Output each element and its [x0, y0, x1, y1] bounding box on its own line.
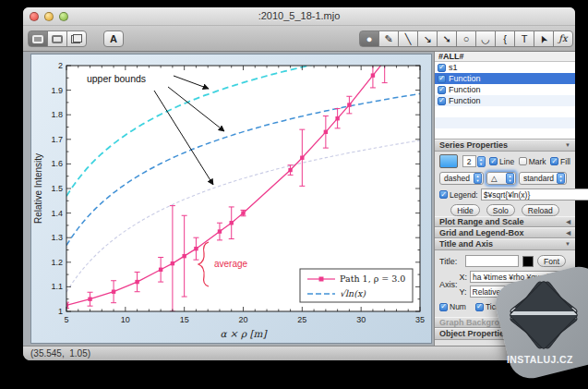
- num-checkbox[interactable]: ✓Num: [439, 302, 466, 311]
- layer-row[interactable]: ✓s1: [435, 62, 575, 73]
- svg-text:1.4: 1.4: [51, 209, 63, 218]
- arrow-tool[interactable]: ↘: [417, 30, 438, 47]
- layer-visible-checkbox[interactable]: ✓: [438, 75, 446, 83]
- line-tool-icon: ╲: [405, 34, 412, 44]
- content-area: 510152025303511.11.21.31.41.51.61.71.81.…: [23, 52, 575, 346]
- collapse-arrow-icon: ◀: [566, 216, 570, 227]
- layer-empty-row: [435, 117, 575, 128]
- layer-row[interactable]: ✓Function: [435, 73, 575, 84]
- dropdown-arrows-icon: ▲▼: [506, 173, 514, 184]
- toolbar: A ●✎╲↘➘○◡{T➤ƒx: [23, 26, 575, 52]
- cursor-tool-icon: ➤: [537, 32, 550, 44]
- pencil-tool-icon: ✎: [384, 34, 392, 44]
- fill-checkbox[interactable]: ✓Fill: [550, 157, 570, 166]
- collapse-arrow-icon: ◀: [566, 227, 570, 238]
- layer-row[interactable]: ✓Function: [435, 84, 575, 95]
- checkbox-icon: ✓: [438, 75, 446, 83]
- plot-title-field[interactable]: [465, 255, 519, 267]
- legend-text-field[interactable]: [481, 188, 588, 201]
- arrow-tool-icon: ↘: [423, 34, 431, 44]
- cursor-tool[interactable]: ➤: [534, 30, 554, 47]
- svg-text:Path 1, ρ = 3.0: Path 1, ρ = 3.0: [340, 274, 405, 284]
- reload-button[interactable]: Reload: [522, 204, 559, 216]
- dropdown-arrows-icon: ▲▼: [474, 173, 482, 184]
- marker-tool-icon: ●: [366, 34, 373, 44]
- title-label: Title:: [439, 257, 462, 266]
- mark-checkbox[interactable]: ✓Mark: [519, 157, 546, 166]
- svg-text:5: 5: [64, 315, 68, 324]
- layer-visible-checkbox[interactable]: ✓: [438, 97, 446, 105]
- pencil-tool[interactable]: ✎: [378, 30, 399, 47]
- layer-row[interactable]: ✓Function: [435, 95, 575, 106]
- mark-style-dropdown[interactable]: △▲▼: [486, 172, 516, 185]
- bold-arrow-tool[interactable]: ➘: [437, 30, 457, 47]
- checkbox-icon: ✓: [439, 303, 448, 311]
- svg-text:upper bounds: upper bounds: [87, 73, 146, 84]
- svg-text:average: average: [214, 259, 248, 269]
- svg-text:15: 15: [180, 315, 189, 324]
- checkbox-icon: ✓: [438, 86, 446, 94]
- checkbox-icon: ✓: [438, 64, 446, 72]
- checkbox-icon: ✓: [519, 157, 527, 165]
- section-title: Object Properties: [439, 328, 509, 340]
- svg-text:1: 1: [58, 307, 63, 316]
- font-panel-button[interactable]: A: [103, 30, 124, 47]
- svg-text:35: 35: [415, 315, 425, 324]
- section-header-series-properties[interactable]: Series Properties ▼: [435, 140, 575, 152]
- series-color-well[interactable]: [439, 154, 458, 168]
- plot-document[interactable]: 510152025303511.11.21.31.41.51.61.71.81.…: [30, 54, 432, 344]
- svg-text:1.8: 1.8: [51, 110, 63, 119]
- layer-visible-checkbox[interactable]: ✓: [438, 86, 446, 94]
- layer-label: s1: [449, 62, 458, 73]
- window-title: :2010_5_18-1.mjo: [23, 10, 575, 21]
- title-color-well[interactable]: [522, 256, 534, 267]
- layer-visible-checkbox[interactable]: ✓: [438, 64, 446, 72]
- line-width-stepper[interactable]: ▲▼: [477, 156, 486, 167]
- frame-tool[interactable]: [47, 30, 67, 47]
- ellipse-tool[interactable]: ○: [456, 30, 476, 47]
- section-header-plot-range[interactable]: Plot Range and Scale ◀: [435, 216, 575, 227]
- frame-filled-tool[interactable]: [28, 30, 48, 47]
- line-checkbox[interactable]: ✓Line: [489, 157, 514, 166]
- marker-tool[interactable]: ●: [359, 30, 379, 47]
- svg-text:1.2: 1.2: [51, 258, 63, 267]
- watermark-text: INSTALUJ.CZ: [507, 354, 581, 365]
- function-tool[interactable]: ƒx: [553, 30, 573, 47]
- line-style-dropdown[interactable]: dashed▲▼: [439, 172, 484, 185]
- legend-checkbox[interactable]: ✓Legend:: [439, 190, 478, 200]
- titlebar[interactable]: :2010_5_18-1.mjo: [23, 7, 575, 26]
- status-bar: (35.545, 1.05): [23, 346, 575, 360]
- title-font-button[interactable]: Font: [537, 255, 566, 267]
- duplicate-tool[interactable]: [66, 30, 87, 47]
- svg-text:√ln(x): √ln(x): [340, 288, 366, 298]
- text-tool[interactable]: T: [514, 30, 534, 47]
- checkbox-icon: ✓: [439, 190, 448, 199]
- fill-style-dropdown[interactable]: standard▲▼: [519, 172, 567, 185]
- section-title: Series Properties: [439, 140, 508, 152]
- layer-empty-row: [435, 128, 575, 140]
- svg-text:20: 20: [238, 315, 247, 324]
- arc-tool-icon: ◡: [481, 34, 490, 44]
- section-header-grid-legend[interactable]: Grid and Legend-Box ◀: [435, 227, 575, 238]
- arc-tool[interactable]: ◡: [475, 30, 496, 47]
- function-tool-icon: ƒx: [558, 34, 567, 43]
- expand-arrow-icon: ▼: [565, 140, 570, 152]
- layer-label: Function: [449, 95, 481, 106]
- section-header-title-axis[interactable]: Title and Axis ▼: [435, 238, 575, 250]
- solo-button[interactable]: Solo: [486, 204, 515, 216]
- checkbox-icon: ✓: [475, 303, 484, 311]
- stepper-down-icon: ▼: [478, 162, 485, 166]
- dropdown-arrows-icon: ▲▼: [557, 173, 565, 184]
- section-title: Plot Range and Scale: [439, 216, 524, 227]
- axis-label: Axis:: [439, 280, 458, 289]
- brace-tool-icon: {: [503, 34, 507, 44]
- y-axis-label: Y:: [460, 287, 467, 297]
- cursor-coordinates: (35.545, 1.05): [30, 348, 90, 359]
- section-title: Grid and Legend-Box: [439, 227, 524, 238]
- brace-tool[interactable]: {: [495, 30, 515, 47]
- line-width-field[interactable]: [462, 155, 476, 167]
- plot-canvas[interactable]: 510152025303511.11.21.31.41.51.61.71.81.…: [31, 55, 433, 346]
- line-tool[interactable]: ╲: [398, 30, 418, 47]
- hide-button[interactable]: Hide: [450, 204, 479, 216]
- svg-text:1.9: 1.9: [51, 86, 63, 95]
